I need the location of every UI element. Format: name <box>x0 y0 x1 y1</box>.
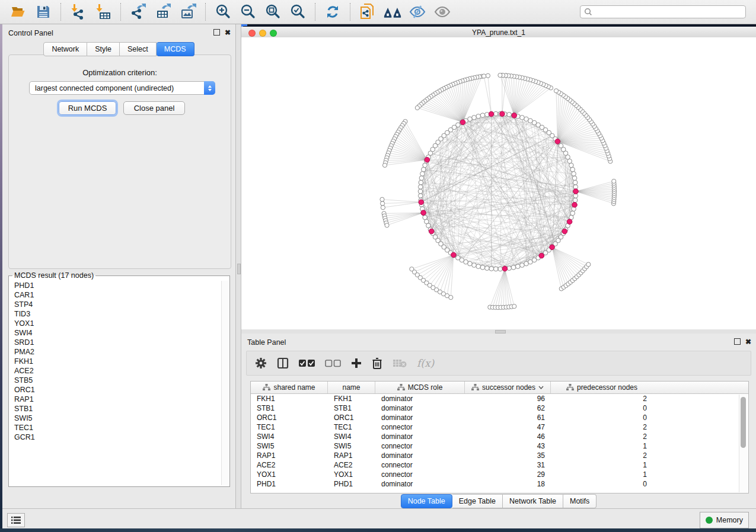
float-panel-icon[interactable] <box>734 338 741 345</box>
mcds-result-list[interactable]: PHD1CAR1STP4TID3YOX1SWI4SRD1PMA2FKH1ACE2… <box>9 281 221 485</box>
cell-successor-nodes: 96 <box>465 395 551 403</box>
clone-network-icon[interactable] <box>359 3 377 21</box>
split-columns-icon[interactable] <box>277 357 289 369</box>
import-network-icon[interactable] <box>69 3 87 21</box>
toolbar-separator <box>350 3 350 21</box>
table-row[interactable]: TEC1 TEC1 connector 47 2 <box>251 422 748 432</box>
search-input[interactable] <box>595 7 745 17</box>
tab-motifs[interactable]: Motifs <box>563 494 596 508</box>
table-row[interactable]: SWI4 SWI4 dominator 46 2 <box>251 432 748 441</box>
mcds-result-item[interactable]: SWI5 <box>9 414 221 423</box>
mcds-result-item[interactable]: FKH1 <box>9 357 221 366</box>
mcds-result-item[interactable]: STB5 <box>9 376 221 385</box>
tab-node-table[interactable]: Node Table <box>401 494 452 508</box>
node-table[interactable]: shared name name MCDS role successor nod… <box>250 381 749 493</box>
column-header-predecessor-nodes[interactable]: predecessor nodes <box>551 382 653 393</box>
run-mcds-button[interactable]: Run MCDS <box>59 101 116 115</box>
mcds-result-item[interactable]: PHD1 <box>9 281 221 290</box>
close-panel-icon[interactable]: ✖ <box>225 30 231 36</box>
mcds-list-scrollbar[interactable] <box>221 281 229 485</box>
delete-column-icon[interactable] <box>372 357 382 369</box>
search-field[interactable] <box>580 5 746 18</box>
horizontal-splitter[interactable] <box>241 329 756 334</box>
mcds-result-item[interactable]: TID3 <box>9 309 221 319</box>
cell-successor-nodes: 35 <box>465 451 551 460</box>
tab-select[interactable]: Select <box>120 42 157 56</box>
import-table-icon[interactable] <box>94 3 112 21</box>
export-image-icon[interactable] <box>179 3 197 21</box>
cell-name: ACE2 <box>328 461 375 469</box>
add-column-icon[interactable] <box>351 358 362 368</box>
search-icon <box>584 8 592 16</box>
close-panel-button[interactable]: Close panel <box>123 101 185 115</box>
column-header-name[interactable]: name <box>328 382 375 393</box>
table-scrollbar[interactable] <box>739 395 748 492</box>
cell-mcds-role: connector <box>375 461 465 469</box>
table-scrollbar-thumb[interactable] <box>741 397 746 448</box>
zoom-out-icon[interactable] <box>239 3 257 21</box>
tab-edge-table[interactable]: Edge Table <box>452 494 503 508</box>
column-header-shared-name[interactable]: shared name <box>251 382 328 393</box>
binoculars-icon[interactable] <box>384 3 401 21</box>
mcds-result-item[interactable]: GCR1 <box>9 432 221 442</box>
cell-mcds-role: dominator <box>375 404 465 412</box>
hide-selected-icon[interactable] <box>409 3 426 21</box>
mcds-result-item[interactable]: RAP1 <box>9 395 221 404</box>
cell-shared-name: PHD1 <box>251 480 328 488</box>
select-all-icon[interactable] <box>299 360 315 367</box>
zoom-selected-icon[interactable] <box>289 3 307 21</box>
table-row[interactable]: RAP1 RAP1 dominator 35 2 <box>251 451 748 460</box>
mcds-result-item[interactable]: SWI4 <box>9 328 221 338</box>
table-row[interactable]: FKH1 FKH1 dominator 96 2 <box>251 394 748 403</box>
cell-mcds-role: connector <box>375 423 465 431</box>
tab-network-table[interactable]: Network Table <box>503 494 563 508</box>
vertical-splitter[interactable] <box>235 24 241 508</box>
main-toolbar <box>0 0 756 24</box>
column-label: name <box>342 383 360 392</box>
tab-network[interactable]: Network <box>43 42 87 56</box>
close-panel-icon[interactable]: ✖ <box>745 339 751 345</box>
mcds-result-item[interactable]: STB1 <box>9 404 221 414</box>
open-session-icon[interactable] <box>9 3 27 21</box>
export-network-icon[interactable] <box>129 3 147 21</box>
network-window-titlebar[interactable]: YPA_prune.txt_1 <box>241 27 756 38</box>
network-canvas[interactable] <box>241 37 756 329</box>
mcds-result-item[interactable]: YOX1 <box>9 319 221 328</box>
optimization-criterion-select[interactable]: largest connected component (undirected) <box>29 81 215 95</box>
cell-shared-name: YOX1 <box>251 470 328 479</box>
column-header-mcds-role[interactable]: MCDS role <box>375 382 465 393</box>
splitter-grip[interactable] <box>237 264 241 274</box>
memory-status-icon <box>706 517 713 524</box>
float-panel-icon[interactable] <box>213 29 220 36</box>
table-row[interactable]: ACE2 ACE2 connector 31 1 <box>251 460 748 470</box>
column-header-successor-nodes[interactable]: successor nodes <box>465 382 551 393</box>
zoom-in-icon[interactable] <box>214 3 232 21</box>
task-history-button[interactable] <box>7 513 25 527</box>
mcds-result-item[interactable]: SRD1 <box>9 338 221 347</box>
cell-mcds-role: dominator <box>375 480 465 488</box>
deselect-all-icon[interactable] <box>325 360 341 367</box>
save-session-icon[interactable] <box>34 3 52 21</box>
gear-icon[interactable] <box>255 357 267 369</box>
memory-button[interactable]: Memory <box>700 512 749 528</box>
zoom-fit-icon[interactable] <box>264 3 282 21</box>
tab-mcds[interactable]: MCDS <box>157 42 194 56</box>
mcds-result-item[interactable]: TEC1 <box>9 423 221 432</box>
table-row[interactable]: ORC1 ORC1 dominator 61 0 <box>251 413 748 422</box>
mcds-result-item[interactable]: ORC1 <box>9 385 221 395</box>
show-all-icon[interactable] <box>433 3 451 21</box>
tab-style[interactable]: Style <box>87 42 120 56</box>
mcds-result-item[interactable]: STP4 <box>9 300 221 309</box>
table-row[interactable]: YOX1 YOX1 connector 29 1 <box>251 470 748 479</box>
mcds-result-item[interactable]: PMA2 <box>9 347 221 357</box>
toolbar-separator <box>315 3 315 21</box>
table-row[interactable]: PHD1 PHD1 dominator 18 0 <box>251 479 748 489</box>
mcds-result-item[interactable]: CAR1 <box>9 290 221 300</box>
cell-name: RAP1 <box>328 451 375 460</box>
table-row[interactable]: SWI5 SWI5 connector 43 1 <box>251 441 748 451</box>
refresh-layout-icon[interactable] <box>324 3 342 21</box>
export-table-icon[interactable] <box>154 3 172 21</box>
cell-shared-name: RAP1 <box>251 451 328 460</box>
table-row[interactable]: STB1 STB1 dominator 62 0 <box>251 403 748 413</box>
mcds-result-item[interactable]: ACE2 <box>9 366 221 376</box>
